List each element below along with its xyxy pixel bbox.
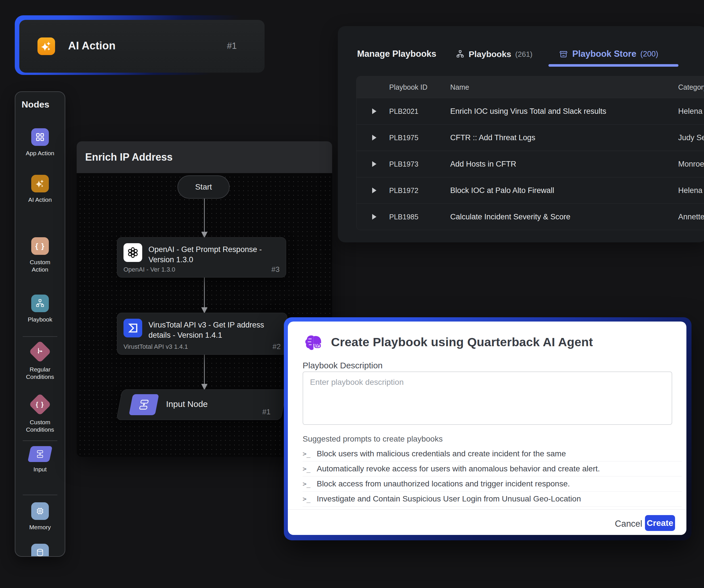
- ai-action-card-body: AI Action #1: [19, 20, 265, 73]
- terminal-icon: >_: [303, 480, 310, 487]
- sidebar-item-label: Input: [34, 466, 47, 473]
- tab-playbooks[interactable]: Playbooks (261): [456, 49, 533, 59]
- input-node-title: Input Node: [166, 399, 208, 409]
- sidebar-item-label: App Action: [26, 149, 54, 157]
- app-grid-icon: [31, 128, 49, 146]
- input-node[interactable]: Input Node #1: [116, 389, 287, 420]
- sidebar-item-custom-action[interactable]: { } Custom Action: [15, 237, 65, 274]
- cell-playbook-id: PLB1972: [389, 186, 418, 195]
- table-row[interactable]: PLB1985 Calculate Incident Severity & Sc…: [357, 203, 704, 230]
- column-header-playbook-id: Playbook ID: [389, 83, 427, 91]
- prompt-item[interactable]: >_ Block access from unauthorized locati…: [303, 476, 682, 492]
- tab-count: (200): [640, 50, 658, 58]
- expand-arrow-icon[interactable]: [372, 109, 376, 114]
- expand-arrow-icon[interactable]: [372, 188, 376, 193]
- sidebar-item-memory[interactable]: Memory: [15, 502, 65, 531]
- cell-name: Add Hosts in CFTR: [450, 160, 516, 169]
- expand-arrow-icon[interactable]: [372, 161, 376, 167]
- table-row[interactable]: PLB1975 CFTR :: Add Threat Logs Judy Se: [357, 124, 704, 151]
- flow-title: Enrich IP Address: [85, 151, 173, 163]
- tab-label: Playbook Store: [572, 49, 636, 59]
- modal-footer-divider: [288, 509, 687, 510]
- expand-arrow-icon[interactable]: [372, 135, 376, 140]
- cell-playbook-id: PLB1975: [389, 134, 418, 142]
- sidebar-item-label: Memory: [29, 524, 51, 531]
- braces-glyph: { }: [35, 242, 45, 251]
- terminal-icon: >_: [303, 495, 310, 503]
- nodes-sidebar-title: Nodes: [21, 99, 49, 110]
- prompt-item[interactable]: >_ Automatically revoke access for users…: [303, 461, 682, 476]
- virustotal-node[interactable]: VirusTotal API v3 - Get IP address detai…: [117, 313, 287, 355]
- expand-arrow-icon[interactable]: [372, 214, 376, 220]
- sitemap-icon: [456, 50, 465, 59]
- branch-icon: [29, 340, 51, 363]
- start-node-label: Start: [195, 183, 212, 192]
- openai-node[interactable]: OpenAI - Get Prompt Response - Version 1…: [117, 237, 286, 277]
- cell-name: CFTR :: Add Threat Logs: [450, 133, 535, 142]
- terminal-icon: >_: [303, 465, 310, 472]
- sidebar-item-label: Custom Action: [23, 259, 57, 274]
- playbook-description-input[interactable]: [303, 372, 672, 425]
- prompt-item[interactable]: >_ Block users with malicious credential…: [303, 446, 682, 461]
- suggested-prompts-label: Suggested prompts to create playbooks: [303, 435, 443, 444]
- playbook-description-label: Playbook Description: [303, 361, 383, 370]
- sitemap-icon: [31, 295, 49, 312]
- prompt-text: Block users with malicious credentials a…: [317, 449, 566, 458]
- openai-icon: [123, 243, 142, 262]
- nodes-sidebar: Nodes App Action AI Action: [15, 91, 65, 557]
- cell-name: Block IOC at Palo Alto Firewall: [450, 186, 554, 195]
- cell-category: Helena: [678, 186, 703, 195]
- braces-glyph: { }: [36, 401, 44, 408]
- sidebar-item-playbook[interactable]: Playbook: [15, 295, 65, 323]
- ai-action-card[interactable]: AI Action #1: [15, 15, 267, 75]
- start-node[interactable]: Start: [177, 175, 230, 199]
- sidebar-item-database[interactable]: Database: [15, 544, 65, 557]
- manage-playbooks-panel: Manage Playbooks Playbooks (261) Playboo…: [338, 26, 704, 242]
- table-row[interactable]: PLB1973 Add Hosts in CFTR Monroe: [357, 151, 704, 177]
- cancel-button[interactable]: Cancel: [613, 518, 644, 529]
- prompt-item[interactable]: >_ Investigate and Contain Suspicious Us…: [303, 492, 682, 507]
- create-button[interactable]: Create: [645, 515, 675, 531]
- flow-header: Enrich IP Address: [77, 141, 332, 173]
- table-row[interactable]: PLB2021 Enrich IOC using Virus Total and…: [357, 98, 704, 124]
- suggested-prompts-list: >_ Block users with malicious credential…: [303, 446, 682, 507]
- braces-icon: { }: [29, 393, 51, 415]
- table-row[interactable]: PLB1972 Block IOC at Palo Alto Firewall …: [357, 177, 704, 203]
- braces-icon: { }: [31, 237, 49, 255]
- column-header-category: Category: [678, 83, 704, 91]
- sidebar-item-ai-action[interactable]: AI Action: [15, 175, 65, 203]
- manage-playbooks-title: Manage Playbooks: [357, 49, 436, 59]
- column-header-name: Name: [450, 83, 469, 91]
- sidebar-item-input[interactable]: Input: [15, 446, 65, 473]
- sidebar-item-regular-conditions[interactable]: Regular Conditions: [15, 341, 65, 381]
- sparkles-icon: [31, 175, 49, 192]
- terminal-icon: >_: [303, 450, 310, 457]
- modal-title: Create Playbook using Quarterback AI Age…: [331, 335, 593, 349]
- input-node-number: #1: [262, 407, 271, 416]
- cell-name: Enrich IOC using Virus Total and Slack r…: [450, 107, 606, 116]
- create-playbook-modal-body: Create Playbook using Quarterback AI Age…: [288, 322, 687, 535]
- database-icon: [31, 544, 49, 557]
- sidebar-item-label: Playbook: [28, 316, 52, 323]
- playbook-store-table: Playbook ID Name Category PLB2021 Enrich…: [356, 76, 704, 230]
- sidebar-item-custom-conditions[interactable]: { } Custom Conditions: [15, 394, 65, 434]
- ai-action-number-badge: #1: [227, 41, 237, 51]
- sparkles-icon: [38, 38, 55, 55]
- openai-node-number: #3: [272, 265, 280, 274]
- input-icon: [27, 446, 53, 462]
- table-header: Playbook ID Name Category: [357, 76, 704, 98]
- tab-playbook-store[interactable]: Playbook Store (200): [559, 49, 658, 59]
- sidebar-item-app-action[interactable]: App Action: [15, 128, 65, 157]
- cell-category: Helena: [678, 107, 703, 116]
- prompt-text: Automatically revoke access for users wi…: [317, 464, 600, 473]
- ai-action-title: AI Action: [68, 40, 116, 52]
- sidebar-divider: [23, 336, 57, 337]
- create-playbook-modal: Create Playbook using Quarterback AI Age…: [284, 317, 692, 540]
- sidebar-item-label: AI Action: [28, 196, 52, 203]
- chip-icon: [31, 502, 49, 520]
- virustotal-icon: [123, 319, 142, 337]
- sidebar-divider: [23, 441, 57, 441]
- tab-count: (261): [515, 50, 533, 59]
- cell-playbook-id: PLB2021: [389, 107, 418, 116]
- sidebar-item-label: Regular Conditions: [21, 366, 58, 381]
